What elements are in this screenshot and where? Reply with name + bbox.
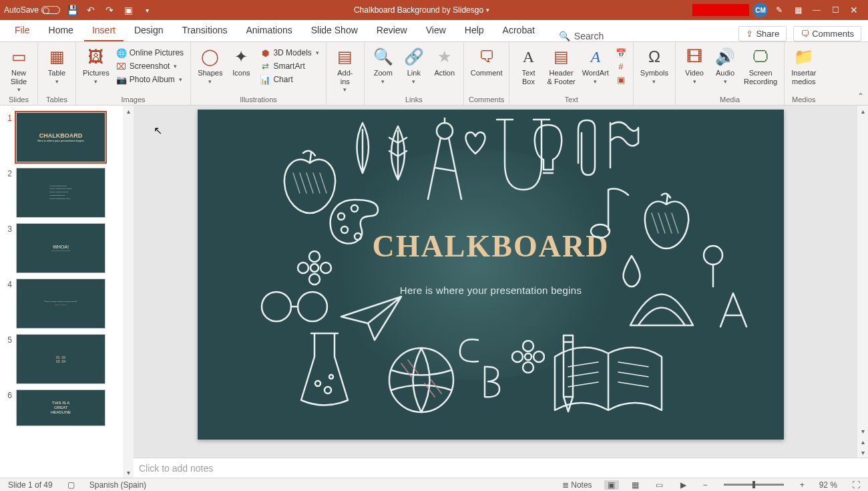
maximize-icon[interactable]: ☐ bbox=[828, 3, 843, 17]
slide-1[interactable]: CHALKBOARD Here is where your presentati… bbox=[198, 110, 784, 440]
thumbnail-2[interactable]: 2 ──────────── ───── ────── ─── ────────… bbox=[0, 166, 134, 222]
zoom-in-button[interactable]: + bbox=[797, 480, 807, 490]
scroll-up-icon[interactable]: ▴ bbox=[123, 106, 134, 116]
prev-slide-icon[interactable]: ▴ bbox=[857, 436, 868, 447]
textbox-button[interactable]: AText Box bbox=[513, 43, 543, 86]
save-icon[interactable]: 💾 bbox=[65, 3, 79, 17]
chart-icon: 📊 bbox=[260, 74, 270, 85]
close-icon[interactable]: ✕ bbox=[847, 3, 861, 17]
tab-view[interactable]: View bbox=[418, 21, 454, 41]
globe-icon: 🌐 bbox=[116, 47, 127, 58]
tab-acrobat[interactable]: Acrobat bbox=[495, 21, 543, 41]
object-icon: ▣ bbox=[616, 74, 626, 85]
new-comment-button[interactable]: 🗨Comment bbox=[468, 43, 505, 77]
tab-review[interactable]: Review bbox=[369, 21, 415, 41]
screen-recording-button[interactable]: 🖵Screen Recording bbox=[741, 43, 780, 86]
normal-view-icon[interactable]: ▣ bbox=[604, 480, 619, 490]
header-footer-button[interactable]: ▤Header & Footer bbox=[544, 43, 578, 86]
slide-sorter-view-icon[interactable]: ▦ bbox=[628, 480, 643, 490]
thumbnail-scrollbar[interactable]: ▴ ▾ bbox=[123, 106, 134, 478]
next-slide-icon[interactable]: ▾ bbox=[857, 447, 868, 458]
new-slide-button[interactable]: ▭New Slide▾ bbox=[4, 43, 33, 93]
symbols-button[interactable]: ΩSymbols▾ bbox=[638, 43, 671, 85]
customize-qat-icon[interactable]: ▾ bbox=[140, 3, 154, 17]
slide-count-label[interactable]: Slide 1 of 49 bbox=[5, 480, 55, 490]
chart-button[interactable]: 📊Chart bbox=[257, 73, 321, 86]
chevron-down-icon: ▾ bbox=[693, 78, 696, 85]
wordart-button[interactable]: AWordArt▾ bbox=[580, 43, 612, 85]
group-label-medios: Medios bbox=[789, 96, 819, 105]
tell-me-search[interactable]: 🔍 Search bbox=[559, 31, 604, 41]
slide-number-button[interactable]: # bbox=[613, 59, 629, 73]
thumb-number: 2 bbox=[4, 168, 12, 218]
tab-home[interactable]: Home bbox=[41, 21, 81, 41]
redo-icon[interactable]: ↷ bbox=[103, 3, 116, 17]
notes-pane[interactable]: Click to add notes bbox=[134, 458, 868, 478]
medios-icon: 📁 bbox=[793, 46, 815, 67]
slideshow-view-icon[interactable]: ▶ bbox=[676, 480, 691, 490]
tab-design[interactable]: Design bbox=[126, 21, 172, 41]
album-icon: 📷 bbox=[116, 74, 127, 85]
title-dropdown-icon[interactable]: ▾ bbox=[486, 7, 489, 13]
addins-button[interactable]: ▤Add- ins▾ bbox=[331, 43, 360, 93]
insertar-medios-button[interactable]: 📁Insertar medios bbox=[789, 43, 819, 86]
scroll-up-icon[interactable]: ▴ bbox=[857, 106, 868, 116]
tab-file[interactable]: File bbox=[7, 21, 38, 41]
pictures-button[interactable]: 🖼Pictures▾ bbox=[80, 43, 112, 85]
omega-icon: Ω bbox=[644, 46, 665, 67]
thumbnail-4[interactable]: 4 "─── ─── ─── ─── ───"─── ─── bbox=[0, 277, 134, 333]
zoom-button[interactable]: 🔍Zoom▾ bbox=[369, 43, 398, 85]
fit-to-window-icon[interactable]: ⛶ bbox=[849, 480, 863, 490]
minimize-icon[interactable]: — bbox=[809, 3, 824, 17]
online-pictures-button[interactable]: 🌐Online Pictures bbox=[114, 46, 186, 59]
thumbnail-1[interactable]: 1 CHALKBOARDHere is where your presentat… bbox=[0, 111, 134, 166]
pen-icon[interactable]: ✎ bbox=[772, 3, 787, 17]
video-button[interactable]: 🎞Video▾ bbox=[680, 43, 709, 85]
present-from-start-icon[interactable]: ▣ bbox=[122, 3, 135, 17]
toggle-off-icon bbox=[41, 6, 60, 14]
audio-button[interactable]: 🔊Audio▾ bbox=[710, 43, 740, 85]
zoom-out-button[interactable]: − bbox=[700, 480, 710, 490]
scroll-down-icon[interactable]: ▾ bbox=[123, 467, 134, 478]
group-illustrations: ◯Shapes▾ ✦Icons ⬢3D Models▾ ⇄SmartArt 📊C… bbox=[191, 42, 327, 105]
link-icon: 🔗 bbox=[403, 46, 425, 67]
chevron-down-icon: ▾ bbox=[652, 78, 656, 85]
reading-view-icon[interactable]: ▭ bbox=[652, 480, 667, 490]
notes-toggle[interactable]: ≣ Notes bbox=[560, 480, 595, 490]
comments-button[interactable]: 🗨Comments bbox=[793, 26, 861, 41]
tab-slideshow[interactable]: Slide Show bbox=[303, 21, 366, 41]
thumbnail-6[interactable]: 6 THIS IS AGREATHEADLINE bbox=[0, 388, 134, 430]
language-label[interactable]: Spanish (Spain) bbox=[87, 480, 149, 490]
thumbnail-5[interactable]: 5 01 0203 04 bbox=[0, 333, 134, 388]
collapse-ribbon-icon[interactable]: ⌃ bbox=[856, 90, 865, 102]
zoom-slider[interactable] bbox=[724, 484, 784, 486]
scroll-down-icon[interactable]: ▾ bbox=[857, 426, 868, 436]
table-button[interactable]: ▦Table▾ bbox=[42, 43, 71, 85]
action-icon: ★ bbox=[434, 46, 455, 67]
doodle-drop-icon bbox=[618, 253, 645, 288]
icons-button[interactable]: ✦Icons bbox=[226, 43, 256, 77]
zoom-percent-label[interactable]: 92 % bbox=[817, 480, 840, 490]
autosave-toggle[interactable]: AutoSave bbox=[4, 5, 60, 15]
undo-icon[interactable]: ↶ bbox=[84, 3, 97, 17]
tab-animations[interactable]: Animations bbox=[238, 21, 300, 41]
spellcheck-icon[interactable]: ▢ bbox=[65, 480, 77, 490]
shapes-button[interactable]: ◯Shapes▾ bbox=[195, 43, 225, 85]
user-avatar[interactable]: CM bbox=[753, 3, 768, 17]
photo-album-button[interactable]: 📷Photo Album▾ bbox=[114, 73, 186, 86]
share-button[interactable]: ⇪Share bbox=[738, 26, 787, 41]
tab-transitions[interactable]: Transitions bbox=[174, 21, 236, 41]
smartart-button[interactable]: ⇄SmartArt bbox=[257, 59, 321, 73]
tab-insert[interactable]: Insert bbox=[84, 21, 124, 41]
tab-help[interactable]: Help bbox=[457, 21, 492, 41]
thumbnail-3[interactable]: 3 WHOA!─── ─── ─── ─── bbox=[0, 222, 134, 277]
screenshot-button[interactable]: ⌧Screenshot▾ bbox=[114, 59, 186, 73]
object-button[interactable]: ▣ bbox=[613, 73, 629, 86]
ribbon-display-icon[interactable]: ▦ bbox=[791, 3, 805, 17]
svg-point-0 bbox=[338, 213, 345, 220]
three-d-models-button[interactable]: ⬢3D Models▾ bbox=[257, 46, 321, 59]
titlebar-right: CM ✎ ▦ — ☐ ✕ bbox=[686, 3, 868, 17]
date-time-button[interactable]: 📅 bbox=[613, 46, 629, 59]
canvas-scrollbar[interactable]: ▴ ▾ ▴ ▾ bbox=[857, 106, 868, 458]
zoom-slider-thumb[interactable] bbox=[752, 481, 755, 488]
